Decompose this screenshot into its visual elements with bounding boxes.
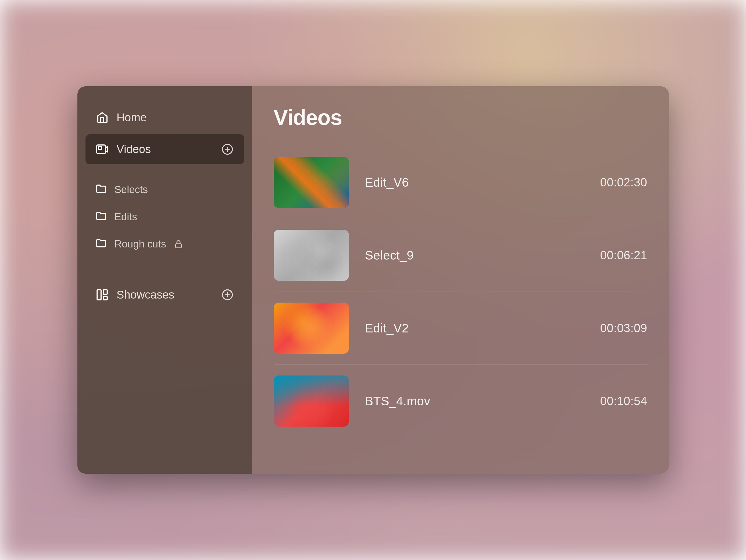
video-list: Edit_V6 00:02:30 Select_9 00:06:21 Edit_… (274, 146, 647, 437)
thumbnail-bts-4 (274, 375, 349, 427)
video-duration-select-9: 00:06:21 (594, 249, 647, 262)
showcases-icon (95, 288, 109, 302)
svg-rect-5 (103, 290, 107, 294)
lock-icon (174, 240, 183, 249)
video-item-edit-v2[interactable]: Edit_V2 00:03:09 (274, 292, 647, 365)
thumbnail-edit-v6 (274, 157, 349, 208)
sidebar-item-edits[interactable]: Edits (85, 204, 244, 230)
folder-selects-icon (95, 183, 107, 197)
sidebar-home-label: Home (117, 111, 234, 124)
svg-rect-6 (103, 297, 107, 300)
sidebar-roughcuts-label: Rough cuts (115, 238, 166, 250)
video-name-bts-4: BTS_4.mov (365, 394, 577, 408)
video-item-select-9[interactable]: Select_9 00:06:21 (274, 219, 647, 292)
sidebar-edits-label: Edits (115, 211, 137, 223)
showcases-add-icon[interactable] (221, 288, 234, 302)
sidebar-item-home[interactable]: Home (85, 103, 244, 133)
thumbnail-select-9 (274, 230, 349, 281)
sidebar-videos-label: Videos (117, 143, 213, 156)
sidebar: Home Videos (78, 86, 252, 474)
sidebar-divider (85, 166, 244, 177)
page-title: Videos (274, 105, 647, 130)
video-duration-edit-v6: 00:02:30 (594, 176, 647, 189)
sidebar-spacer (85, 269, 244, 280)
sidebar-divider-2 (85, 258, 244, 269)
folder-roughcuts-icon (95, 237, 107, 251)
video-duration-bts-4: 00:10:54 (594, 394, 647, 408)
video-name-select-9: Select_9 (365, 248, 577, 262)
sidebar-item-videos[interactable]: Videos (85, 134, 244, 164)
main-content: Videos Edit_V6 00:02:30 Select_9 00:06:2… (252, 86, 669, 474)
sidebar-item-selects[interactable]: Selects (85, 177, 244, 203)
thumbnail-edit-v2 (274, 303, 349, 354)
app-window: Home Videos (78, 86, 669, 474)
sidebar-showcases-label: Showcases (117, 288, 213, 301)
video-name-edit-v6: Edit_V6 (365, 175, 577, 190)
sidebar-item-showcases[interactable]: Showcases (85, 280, 244, 310)
sidebar-selects-label: Selects (115, 184, 148, 196)
svg-rect-3 (176, 244, 181, 248)
folder-edits-icon (95, 210, 107, 224)
video-duration-edit-v2: 00:03:09 (594, 321, 647, 335)
video-name-edit-v2: Edit_V2 (365, 321, 577, 335)
videos-add-icon[interactable] (221, 142, 234, 156)
video-item-edit-v6[interactable]: Edit_V6 00:02:30 (274, 146, 647, 219)
sidebar-item-rough-cuts[interactable]: Rough cuts (85, 231, 244, 257)
svg-rect-4 (97, 290, 101, 300)
home-icon (95, 111, 109, 124)
video-item-bts-4[interactable]: BTS_4.mov 00:10:54 (274, 365, 647, 437)
svg-rect-1 (98, 147, 102, 149)
video-icon (95, 142, 109, 156)
